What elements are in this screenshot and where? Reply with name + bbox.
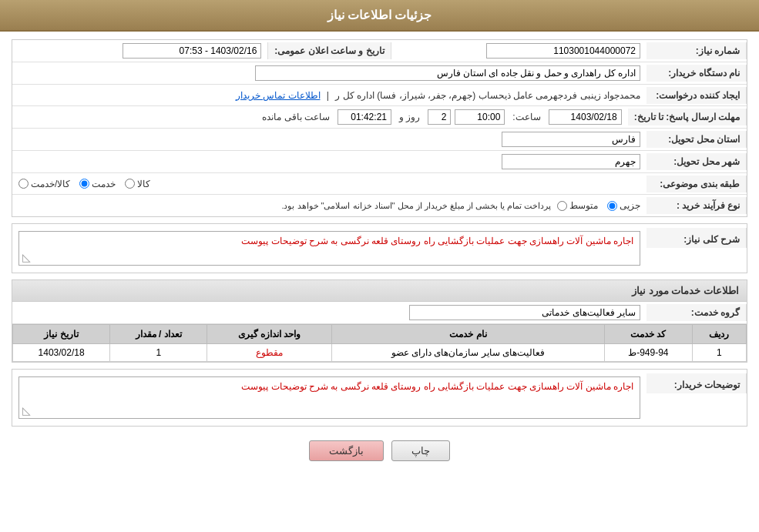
- name-dastgah-input[interactable]: [255, 65, 640, 81]
- gorooh-label: گروه خدمت:: [646, 304, 747, 321]
- th-vahed: واحد اندازه گیری: [207, 325, 332, 344]
- gorooh-input[interactable]: [409, 305, 640, 320]
- th-tedad: تعداد / مقدار: [110, 325, 207, 344]
- tabaqe-label: طبقه بندی موضوعی:: [646, 176, 747, 192]
- radio-jozi-label: جزیی: [620, 200, 640, 211]
- radio-kala-khadamat-label: کالا/خدمت: [31, 179, 70, 189]
- nou-farayand-label: نوع فرآیند خرید :: [646, 197, 747, 214]
- radio-motavaset[interactable]: متوسط: [557, 200, 598, 211]
- radio-khadamat-input[interactable]: [79, 179, 89, 189]
- td-tarikh: 1403/02/18: [13, 344, 110, 362]
- page-header: جزئیات اطلاعات نیاز: [0, 0, 759, 32]
- name-dastgah-label: نام دستگاه خریدار:: [646, 65, 747, 82]
- radio-kala-input[interactable]: [125, 179, 135, 189]
- ostan-row: استان محل تحویل:: [12, 129, 747, 151]
- td-tedad: 1: [110, 344, 207, 362]
- tozih-label: توضیحات خریدار:: [646, 373, 747, 393]
- radio-motavaset-input[interactable]: [557, 201, 567, 211]
- shahr-row: شهر محل تحویل:: [12, 151, 747, 173]
- radio-kala-khadamat[interactable]: کالا/خدمت: [18, 179, 70, 189]
- chap-button[interactable]: چاپ: [391, 440, 450, 461]
- table-row: 1 949-94-ط فعالیت‌های سایر سازمان‌های دا…: [13, 344, 747, 362]
- khadamat-section: اطلاعات خدمات مورد نیاز گروه خدمت: ردیف …: [12, 279, 747, 363]
- ijad-konande-value: محمدجواد زینبی فردجهرمی عامل ذیحساب (جهر…: [335, 90, 640, 101]
- sharh-row: شرح کلی نیاز: اجاره ماشین آلات راهسازی ج…: [12, 224, 747, 273]
- mande-label: ساعت باقی مانده: [262, 112, 330, 122]
- td-vahed: مقطوع: [207, 344, 332, 362]
- mohlet-saat-input[interactable]: [455, 109, 505, 125]
- td-name: فعالیت‌های سایر سازمان‌های دارای عضو: [331, 344, 604, 362]
- radio-kala[interactable]: کالا: [125, 179, 150, 189]
- tarikh-label: تاریخ و ساعت اعلان عمومی:: [267, 42, 391, 59]
- radio-khadamat-label: خدمت: [92, 179, 116, 189]
- services-table: ردیف کد خدمت نام خدمت واحد اندازه گیری ت…: [12, 324, 747, 362]
- mohlet-roz-input[interactable]: [428, 109, 451, 125]
- sharh-text: اجاره ماشین آلات راهسازی جهت عملیات بازگ…: [18, 231, 640, 266]
- th-tarikh: تاریخ نیاز: [13, 325, 110, 344]
- mohlet-mande-input[interactable]: [338, 109, 391, 125]
- tozih-text: اجاره ماشین آلات راهسازی جهت عملیات بازگ…: [18, 376, 640, 419]
- tozih-row: توضیحات خریدار: اجاره ماشین آلات راهسازی…: [12, 370, 747, 426]
- th-radif: ردیف: [692, 325, 746, 344]
- th-name: نام خدمت: [331, 325, 604, 344]
- ijad-konande-row: ایجاد کننده درخواست: محمدجواد زینبی فردج…: [12, 85, 747, 106]
- td-kod: 949-94-ط: [605, 344, 693, 362]
- mohlet-label: مهلت ارسال پاسخ: تا تاریخ:: [628, 109, 747, 125]
- shahr-label: شهر محل تحویل:: [646, 153, 747, 170]
- gorooh-row: گروه خدمت:: [12, 302, 747, 324]
- tarikh-input[interactable]: [123, 43, 261, 59]
- main-info-section: شماره نیاز: تاریخ و ساعت اعلان عمومی: نا…: [12, 39, 747, 217]
- mohlet-date-input[interactable]: [549, 109, 622, 125]
- radio-kala-khadamat-input[interactable]: [18, 179, 29, 189]
- tabaqe-row: طبقه بندی موضوعی: کالا/خدمت خدمت کالا: [12, 173, 747, 195]
- shomare-niaz-row: شماره نیاز: تاریخ و ساعت اعلان عمومی:: [12, 40, 747, 62]
- nou-farayand-row: نوع فرآیند خرید : متوسط جزیی پرداخت تمام…: [12, 195, 747, 216]
- sharh-label: شرح کلی نیاز:: [646, 228, 747, 248]
- ostan-label: استان محل تحویل:: [646, 131, 747, 148]
- roz-label: روز و: [399, 112, 420, 122]
- button-row: چاپ بازگشت: [12, 433, 747, 469]
- radio-kala-label: کالا: [137, 179, 150, 189]
- td-radif: 1: [692, 344, 746, 362]
- radio-jozi-input[interactable]: [607, 201, 617, 211]
- radio-motavaset-label: متوسط: [569, 200, 598, 211]
- name-dastgah-row: نام دستگاه خریدار:: [12, 62, 747, 85]
- th-kod: کد خدمت: [605, 325, 693, 344]
- shomare-niaz-label: شماره نیاز:: [646, 42, 747, 59]
- radio-khadamat[interactable]: خدمت: [79, 179, 116, 189]
- radio-jozi[interactable]: جزیی: [607, 200, 640, 211]
- tamas-kharidar-link[interactable]: اطلاعات تماس خریدار: [236, 90, 321, 101]
- ostan-input[interactable]: [502, 132, 640, 147]
- khadamat-title: اطلاعات خدمات مورد نیاز: [12, 280, 747, 302]
- nou-description: پرداخت تمام یا بخشی از مبلغ خریدار از مح…: [281, 201, 551, 211]
- shahr-input[interactable]: [502, 154, 640, 169]
- shomare-niaz-input[interactable]: [486, 43, 640, 59]
- tozih-section: توضیحات خریدار: اجاره ماشین آلات راهسازی…: [12, 369, 747, 427]
- mohlet-row: مهلت ارسال پاسخ: تا تاریخ: ساعت: روز و س…: [12, 106, 747, 129]
- bazgasht-button[interactable]: بازگشت: [309, 440, 384, 461]
- ijad-konande-label: ایجاد کننده درخواست:: [646, 87, 747, 104]
- sharh-section: شرح کلی نیاز: اجاره ماشین آلات راهسازی ج…: [12, 223, 747, 273]
- saat-label: ساعت:: [512, 112, 540, 122]
